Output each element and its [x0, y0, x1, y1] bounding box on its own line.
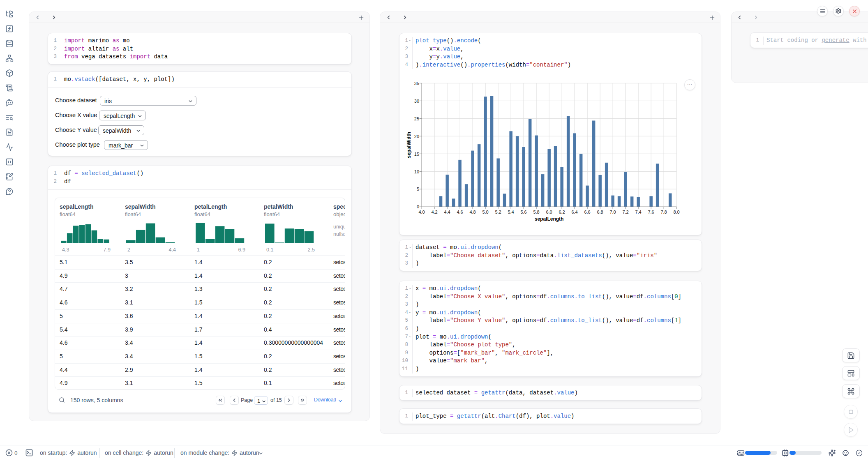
- svg-text:5.0: 5.0: [482, 210, 488, 214]
- svg-text:20: 20: [414, 134, 419, 139]
- svg-text:4.6: 4.6: [457, 210, 463, 214]
- svg-text:25: 25: [414, 116, 419, 121]
- svg-text:5.6: 5.6: [520, 210, 526, 214]
- svg-text:15: 15: [414, 152, 419, 157]
- svg-text:5.4: 5.4: [508, 210, 514, 214]
- svg-text:sepalLength: sepalLength: [535, 216, 564, 222]
- svg-text:6.0: 6.0: [546, 210, 552, 214]
- svg-text:4.8: 4.8: [469, 210, 476, 214]
- svg-text:10: 10: [414, 169, 419, 174]
- svg-text:7.2: 7.2: [622, 210, 628, 214]
- svg-text:6.2: 6.2: [559, 210, 565, 214]
- svg-text:7.0: 7.0: [609, 210, 616, 214]
- svg-text:7.4: 7.4: [635, 210, 641, 214]
- svg-text:5.8: 5.8: [533, 210, 539, 214]
- svg-text:0: 0: [417, 204, 419, 209]
- svg-text:sepalWidth: sepalWidth: [406, 132, 412, 158]
- svg-text:30: 30: [414, 99, 419, 104]
- svg-text:8.0: 8.0: [673, 210, 679, 214]
- svg-text:35: 35: [414, 81, 419, 86]
- svg-text:6.8: 6.8: [597, 210, 603, 214]
- svg-text:5: 5: [417, 187, 419, 191]
- svg-text:4.2: 4.2: [431, 210, 437, 214]
- svg-text:6.4: 6.4: [571, 210, 577, 214]
- svg-text:7.8: 7.8: [660, 210, 667, 214]
- svg-text:4.4: 4.4: [444, 210, 450, 214]
- svg-text:6.6: 6.6: [584, 210, 590, 214]
- svg-text:7.6: 7.6: [648, 210, 654, 214]
- svg-text:4.0: 4.0: [418, 210, 425, 214]
- svg-text:5.2: 5.2: [495, 210, 501, 214]
